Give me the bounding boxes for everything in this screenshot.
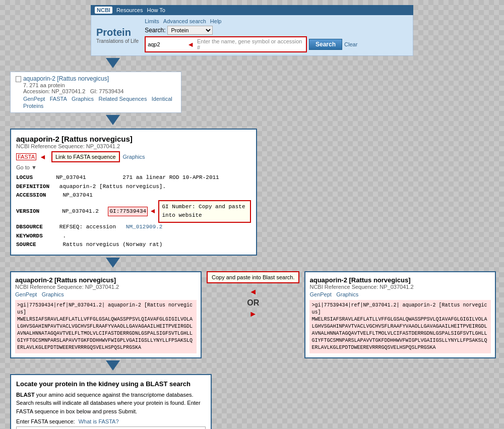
fasta-box-right: aquaporin-2 [Rattus norvegicus] NCBI Ref… <box>304 271 496 358</box>
blast-rest: your amino acid sequence against the tra… <box>16 392 201 414</box>
genpept-subtitle: NCBI Reference Sequence: NP_037041.2 <box>16 143 251 149</box>
fasta-left-title: aquaporin-2 [Rattus norvegicus] <box>15 276 197 284</box>
howto-nav[interactable]: How To <box>147 7 165 13</box>
genpept-box: aquaporin-2 [Rattus norvegicus] NCBI Ref… <box>10 129 257 256</box>
ncbi-logo: NCBI <box>95 7 112 14</box>
fasta-annotation-box: Link to FASTA sequence <box>51 151 120 162</box>
goto-bar: Go to ▼ <box>16 164 251 170</box>
search-button[interactable]: Search <box>309 39 342 50</box>
what-is-fasta-link[interactable]: What is FASTA? <box>79 418 119 424</box>
result-number: 7. 271 aa protein <box>23 82 176 88</box>
fasta-section-wrapper: aquaporin-2 [Rattus norvegicus] NCBI Ref… <box>10 271 499 358</box>
gi-highlight: GI:77539434 <box>108 207 148 217</box>
arrow-down-4 <box>91 358 413 374</box>
blast-box: Locate your protein in the kidney using … <box>10 374 212 429</box>
result-graphics-link[interactable]: Graphics <box>72 96 94 102</box>
result-genpept-link[interactable]: GenPept <box>23 96 45 102</box>
fasta-box-left: aquaporin-2 [Rattus norvegicus] NCBI Ref… <box>10 271 202 358</box>
or-section: Copy and paste into Blast search. ◄ OR ► <box>202 271 304 319</box>
fasta-right-subtitle: NCBI Reference Sequence: NP_037041.2 <box>309 284 491 290</box>
search-label: Search: <box>145 27 165 34</box>
fasta-link-wrapper: FASTA ◄ Link to FASTA sequence <box>16 151 120 162</box>
advanced-search-link[interactable]: Advanced search <box>163 18 206 24</box>
result-fasta-link[interactable]: FASTA <box>50 96 67 102</box>
or-label: OR <box>247 298 259 308</box>
limits-link[interactable]: Limits <box>145 18 159 24</box>
gi-annotation-box: GI Number: Copy and paste into website <box>158 200 251 223</box>
result-links: GenPept FASTA Graphics Related Sequences… <box>23 95 176 109</box>
fasta-right-title: aquaporin-2 [Rattus norvegicus] <box>309 276 491 284</box>
result-identical-link[interactable]: Identical Proteins <box>23 96 172 109</box>
fasta-left-graphics[interactable]: Graphics <box>42 291 64 297</box>
ncbi-header: NCBI Resources How To <box>91 5 413 15</box>
search-type-select[interactable]: Protein <box>167 26 213 35</box>
fasta-right-seq: MWELRSIAFSRAVLAEFLATLLVFFGLGSALQWASSPPSV… <box>311 316 489 351</box>
search-input[interactable] <box>146 40 186 48</box>
protein-title-block: Protein Translations of Life <box>96 27 139 44</box>
search-result-box: aquaporin-2 [Rattus norvegicus] 7. 271 a… <box>10 72 181 113</box>
protein-title: Protein <box>96 27 139 38</box>
search-top-links: Limits Advanced search Help <box>145 18 357 24</box>
search-placeholder-text: Enter the name, gene symbol or accession… <box>195 37 306 51</box>
genpept-top-links: FASTA ◄ Link to FASTA sequence Graphics <box>16 151 251 162</box>
result-related-link[interactable]: Related Sequences <box>98 96 147 102</box>
blast-title: Locate your protein in the kidney using … <box>16 380 206 388</box>
red-arrow-left: ◄ <box>249 287 257 296</box>
arrow-down-2 <box>91 113 413 129</box>
red-arrow-right: ► <box>249 310 257 319</box>
graphics-page-link[interactable]: Graphics <box>123 154 145 160</box>
red-arrow-indicator: ◄ <box>186 40 195 48</box>
fasta-left-genpept[interactable]: GenPept <box>15 291 37 297</box>
search-row: Search: Protein <box>145 26 357 35</box>
result-header: aquaporin-2 [Rattus norvegicus] 7. 271 a… <box>16 75 176 109</box>
locus-table: LOCUS NP_037041 271 aa linear ROD 10-APR… <box>16 173 251 250</box>
fasta-left-subtitle: NCBI Reference Sequence: NP_037041.2 <box>15 284 197 290</box>
fasta-left-links: GenPept Graphics <box>15 291 197 298</box>
fasta-left-header: >gi|77539434|ref|NP_037041.2| aquaporin-… <box>17 302 195 316</box>
result-checkbox[interactable] <box>16 76 21 82</box>
search-controls: Limits Advanced search Help Search: Prot… <box>145 18 357 52</box>
arrow-down-1 <box>91 56 413 72</box>
search-area: Protein Translations of Life Limits Adva… <box>91 15 413 56</box>
fasta-right-sequence-box: >gi|77539434|ref|NP_037041.2| aquaporin-… <box>309 300 491 353</box>
blast-fasta-label: Enter FASTA sequence: What is FASTA? <box>16 418 206 424</box>
dbsource-link[interactable]: NM_012909.2 <box>126 224 163 230</box>
blast-description: BLAST your amino acid sequence against t… <box>16 391 206 416</box>
blast-annotation-box: Copy and paste into Blast search. <box>207 271 299 283</box>
search-input-wrapper: ◄ Enter the name, gene symbol or accessi… <box>145 36 307 52</box>
genpept-title: aquaporin-2 [Rattus norvegicus] <box>16 135 251 143</box>
resources-nav[interactable]: Resources <box>116 7 143 13</box>
fasta-right-links: GenPept Graphics <box>309 291 491 298</box>
fasta-page-link[interactable]: FASTA <box>16 153 36 160</box>
result-title-link[interactable]: aquaporin-2 [Rattus norvegicus] <box>23 75 109 82</box>
fasta-left-sequence-box: >gi|77539434|ref|NP_037041.2| aquaporin-… <box>15 300 197 353</box>
fasta-right-header: >gi|77539434|ref|NP_037041.2| aquaporin-… <box>311 302 489 316</box>
result-accession: Accession: NP_037041.2 GI: 77539434 <box>23 88 176 94</box>
search-input-row: ◄ Enter the name, gene symbol or accessi… <box>145 36 357 52</box>
protein-subtitle: Translations of Life <box>96 38 139 44</box>
red-arrow-fasta: ◄ <box>39 153 46 161</box>
fasta-right-genpept[interactable]: GenPept <box>309 291 331 297</box>
blast-bold: BLAST <box>16 392 35 398</box>
arrow-down-3 <box>91 256 413 271</box>
red-arrow-gi: ◄ <box>151 206 155 217</box>
fasta-left-seq: MWELRSIAFSRAVLAEFLATLLVFFGLGSALQWASSPPSV… <box>17 316 195 351</box>
clear-button[interactable]: Clear <box>344 41 357 47</box>
blast-textarea[interactable] <box>16 426 206 429</box>
help-link[interactable]: Help <box>210 18 222 24</box>
fasta-right-graphics[interactable]: Graphics <box>336 291 358 297</box>
